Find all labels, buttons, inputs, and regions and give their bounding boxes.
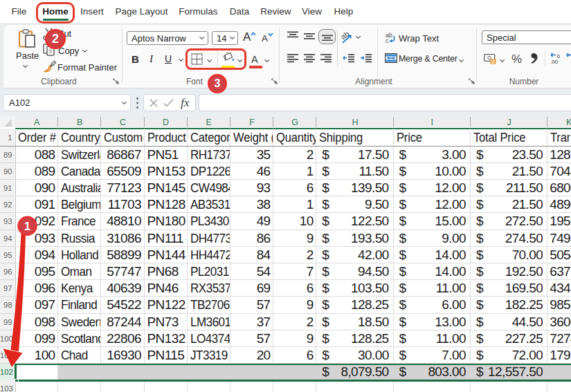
svg-text:c: c [386, 37, 389, 44]
svg-text:1: 1 [24, 220, 30, 233]
svg-text:.00: .00 [550, 59, 559, 64]
